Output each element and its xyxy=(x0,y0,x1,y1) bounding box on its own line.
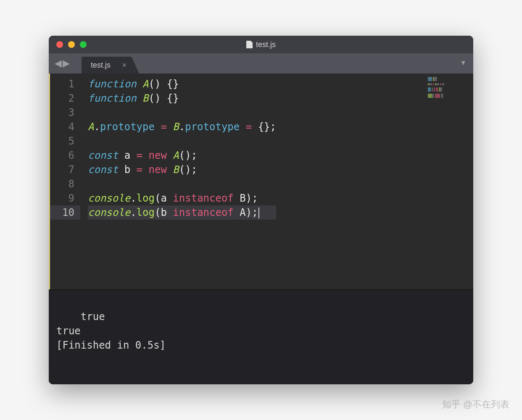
file-icon xyxy=(246,41,253,48)
tab-test-js[interactable]: test.js × xyxy=(82,57,132,74)
code-line[interactable]: A.prototype = B.prototype = {}; xyxy=(88,120,276,134)
code-line[interactable] xyxy=(88,134,276,148)
maximize-window-button[interactable] xyxy=(80,41,87,48)
code-line[interactable]: console.log(a instanceof B); xyxy=(88,191,276,205)
line-number: 8 xyxy=(50,177,80,191)
titlebar[interactable]: test.js xyxy=(49,36,473,53)
line-gutter: 12345678910 xyxy=(49,74,80,289)
code-line[interactable]: const b = new B(); xyxy=(88,163,276,177)
line-number: 7 xyxy=(50,163,80,177)
minimap[interactable]: ████ ████ ████ ████ ████ █ ████ █ ██ ███… xyxy=(428,77,470,98)
tab-bar: ◀ ▶ test.js × ▼ xyxy=(49,53,473,74)
code-line[interactable]: function A() {} xyxy=(88,77,276,91)
minimize-window-button[interactable] xyxy=(68,41,75,48)
nav-forward-icon[interactable]: ▶ xyxy=(63,59,70,68)
tab-label: test.js xyxy=(91,61,111,70)
code-line[interactable] xyxy=(88,177,276,191)
line-number: 6 xyxy=(50,148,80,163)
close-tab-icon[interactable]: × xyxy=(122,61,127,70)
code-line[interactable]: function B() {} xyxy=(88,91,276,105)
line-number: 2 xyxy=(50,91,80,105)
line-number: 9 xyxy=(50,191,80,205)
code-area[interactable]: function A() {}function B() {} A.prototy… xyxy=(80,74,276,289)
line-number: 3 xyxy=(50,105,80,120)
code-line[interactable] xyxy=(88,105,276,120)
watermark: 知乎 @不在列表 xyxy=(442,398,509,411)
line-number: 1 xyxy=(50,77,80,91)
line-number: 10 xyxy=(50,205,80,220)
code-editor[interactable]: 12345678910 function A() {}function B() … xyxy=(49,74,473,289)
code-line[interactable]: const a = new A(); xyxy=(88,148,276,163)
tab-dropdown-icon[interactable]: ▼ xyxy=(460,59,467,67)
nav-back-icon[interactable]: ◀ xyxy=(55,59,62,68)
nav-buttons: ◀ ▶ xyxy=(55,59,70,68)
window-controls xyxy=(56,41,87,48)
output-console[interactable]: true true [Finished in 0.5s] xyxy=(49,289,473,384)
editor-window: test.js ◀ ▶ test.js × ▼ 12345678910 func… xyxy=(49,36,473,384)
line-number: 4 xyxy=(50,120,80,134)
text-cursor xyxy=(258,207,259,218)
close-window-button[interactable] xyxy=(56,41,63,48)
code-line[interactable]: console.log(b instanceof A); xyxy=(88,205,276,220)
console-output: true true [Finished in 0.5s] xyxy=(56,311,166,351)
line-number: 5 xyxy=(50,134,80,148)
window-title: test.js xyxy=(246,40,276,49)
window-title-text: test.js xyxy=(256,40,276,49)
